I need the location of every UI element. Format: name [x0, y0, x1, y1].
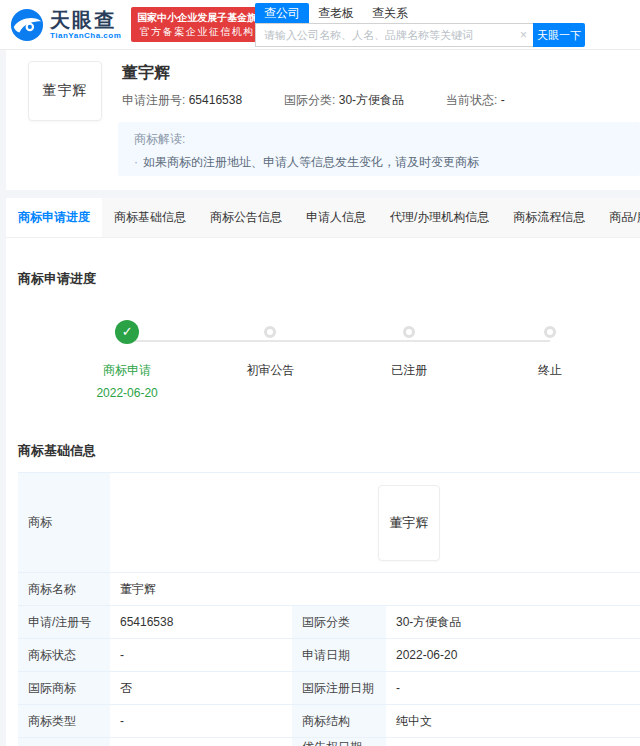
trademark-interpretation-box: 商标解读: ·如果商标的注册地址、申请人等信息发生变化，请及时变更商标 — [118, 122, 640, 176]
table-row-name: 商标名称 董宇辉 — [18, 573, 640, 606]
main-content: 商标申请进度 ✓ 商标申请 2022-06-20 初审公告 已注册 终止 商标基… — [6, 238, 640, 746]
step-registered: 已注册 — [349, 296, 469, 379]
tab-announcement-info[interactable]: 商标公告信息 — [198, 198, 294, 237]
meta-intl-class: 国际分类: 30-方便食品 — [284, 92, 404, 109]
meta-registration-no: 申请注册号: 65416538 — [122, 92, 242, 109]
tianyancha-logo[interactable]: 天眼查 TianYanCha.com — [10, 8, 121, 42]
trademark-image-cell[interactable]: 董宇辉 — [378, 485, 440, 561]
table-row-form-priority: 商标形式 - 优先权日期? - — [18, 738, 640, 746]
trademark-image[interactable]: 董宇辉 — [28, 61, 102, 121]
tab-process-info[interactable]: 商标流程信息 — [501, 198, 597, 237]
gov-certification-badge: 国家中小企业发展子基金旗下 官方备案企业征信机构 — [131, 7, 263, 42]
pending-circle-icon — [403, 326, 415, 338]
section-gap — [0, 190, 640, 198]
table-row-status-date: 商标状态 - 申请日期 2022-06-20 — [18, 639, 640, 672]
tab-applicant-info[interactable]: 申请人信息 — [294, 198, 378, 237]
table-row-type-structure: 商标类型 - 商标结构 纯中文 — [18, 705, 640, 738]
application-progress-stepper: ✓ 商标申请 2022-06-20 初审公告 已注册 终止 — [6, 296, 640, 414]
table-row-international: 国际商标 否 国际注册日期 - — [18, 672, 640, 705]
basic-info-section-heading: 商标基础信息 — [6, 414, 640, 460]
stepper-line — [127, 340, 550, 342]
detail-nav-tabs: 商标申请进度 商标基础信息 商标公告信息 申请人信息 代理/办理机构信息 商标流… — [6, 198, 640, 238]
interpretation-bullet: ·如果商标的注册地址、申请人等信息发生变化，请及时变更商标 — [134, 154, 640, 171]
tab-basic-info[interactable]: 商标基础信息 — [102, 198, 198, 237]
pending-circle-icon — [264, 326, 276, 338]
search-tab-boss[interactable]: 查老板 — [309, 3, 363, 24]
interpretation-title: 商标解读: — [134, 131, 640, 148]
search-button[interactable]: 天眼一下 — [533, 23, 585, 47]
page-title: 董宇辉 — [122, 63, 170, 84]
search-tab-company[interactable]: 查公司 — [255, 3, 309, 24]
pending-circle-icon — [544, 326, 556, 338]
tab-application-progress[interactable]: 商标申请进度 — [6, 198, 102, 237]
step-date: 2022-06-20 — [67, 386, 187, 400]
search-module: 查公司 查老板 查关系 × 天眼一下 — [255, 4, 585, 47]
header-meta: 申请注册号: 65416538 国际分类: 30-方便食品 当前状态: - — [122, 92, 547, 109]
search-tab-relation[interactable]: 查关系 — [363, 3, 417, 24]
top-bar: 天眼查 TianYanCha.com 国家中小企业发展子基金旗下 官方备案企业征… — [0, 0, 640, 50]
progress-section-heading: 商标申请进度 — [6, 238, 640, 288]
step-terminated: 终止 — [490, 296, 610, 379]
badge-line1: 国家中小企业发展子基金旗下 — [137, 11, 257, 25]
badge-line2: 官方备案企业征信机构 — [137, 25, 257, 39]
logo-title: 天眼查 — [50, 10, 121, 30]
search-input[interactable] — [255, 23, 533, 47]
tab-goods-services[interactable]: 商品/服务项目 — [597, 198, 640, 237]
clear-input-icon[interactable]: × — [520, 27, 527, 43]
meta-current-status: 当前状态: - — [446, 92, 505, 109]
basic-info-table: 商标 董宇辉 商标名称 董宇辉 申请/注册号 65416538 国际分类 30-… — [18, 472, 640, 746]
trademark-header-card: 董宇辉 董宇辉 申请注册号: 65416538 国际分类: 30-方便食品 当前… — [6, 50, 640, 190]
table-row-trademark-image: 商标 董宇辉 — [18, 473, 640, 573]
eye-logo-icon — [10, 8, 44, 42]
tab-agency-info[interactable]: 代理/办理机构信息 — [378, 198, 501, 237]
check-circle-icon: ✓ — [115, 320, 139, 344]
logo-domain: TianYanCha.com — [50, 32, 121, 40]
step-preliminary-announcement: 初审公告 — [210, 296, 330, 379]
table-row-regno-class: 申请/注册号 65416538 国际分类 30-方便食品 — [18, 606, 640, 639]
search-tabs: 查公司 查老板 查关系 — [255, 4, 585, 23]
step-application: ✓ 商标申请 2022-06-20 — [67, 296, 187, 400]
